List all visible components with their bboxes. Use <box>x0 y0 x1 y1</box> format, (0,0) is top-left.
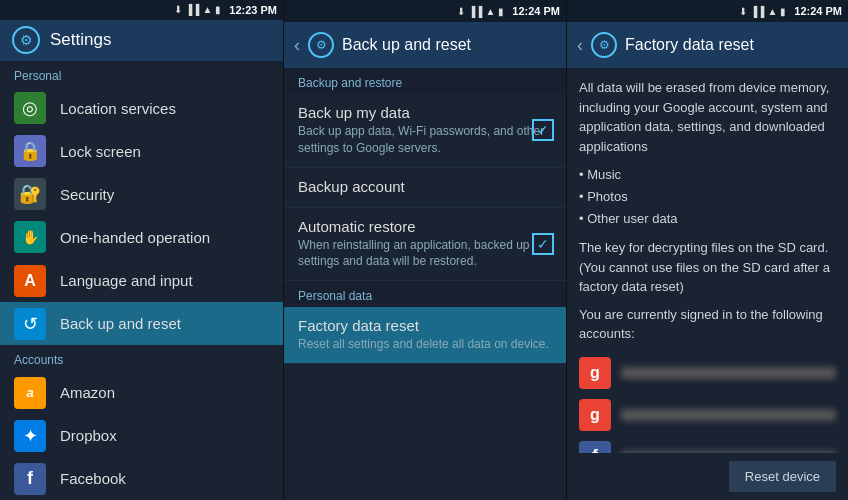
backup-data-checkbox[interactable]: ✓ <box>532 119 554 141</box>
bullet-item-photos: • Photos <box>579 186 836 208</box>
account-item-facebook-1: f <box>579 436 836 453</box>
time-display-right: 12:24 PM <box>794 5 842 17</box>
bluetooth-icon-m: ⬇ <box>457 6 465 17</box>
sidebar-item-language[interactable]: A Language and input <box>0 259 283 302</box>
sidebar-item-label: Back up and reset <box>60 315 181 332</box>
sidebar-item-lockscreen[interactable]: 🔒 Lock screen <box>0 130 283 173</box>
sidebar-item-backup[interactable]: ↺ Back up and reset <box>0 302 283 345</box>
google-icon-1: g <box>579 357 611 389</box>
location-icon: ◎ <box>14 92 46 124</box>
status-icons-middle: ⬇ ▐▐ ▲ ▮ <box>457 6 504 17</box>
factory-reset-item[interactable]: Factory data reset Reset all settings an… <box>284 307 566 364</box>
language-icon: A <box>14 265 46 297</box>
settings-title: Settings <box>50 30 111 50</box>
status-bar-middle: ⬇ ▐▐ ▲ ▮ 12:24 PM <box>284 0 566 22</box>
factory-gear-icon: ⚙ <box>591 32 617 58</box>
security-icon: 🔐 <box>14 178 46 210</box>
battery-icon: ▮ <box>215 4 221 15</box>
bullet-item-other: • Other user data <box>579 208 836 230</box>
sidebar-item-label: One-handed operation <box>60 229 210 246</box>
facebook-account-icon-1: f <box>579 441 611 453</box>
backup-panel-title: Back up and reset <box>342 36 471 54</box>
sidebar-item-dropbox[interactable]: ✦ Dropbox <box>0 414 283 457</box>
battery-icon-m: ▮ <box>498 6 504 17</box>
sidebar-item-label: Lock screen <box>60 143 141 160</box>
backup-gear-icon: ⚙ <box>308 32 334 58</box>
onehand-icon: ✋ <box>14 221 46 253</box>
backup-icon: ↺ <box>14 308 46 340</box>
signal-icon-m: ▐▐ <box>468 6 482 17</box>
sidebar-item-facebook[interactable]: f Facebook <box>0 457 283 500</box>
sidebar-item-location[interactable]: ◎ Location services <box>0 87 283 130</box>
personal-data-label: Personal data <box>284 281 566 307</box>
backup-account-item[interactable]: Backup account <box>284 168 566 208</box>
sidebar-item-security[interactable]: 🔐 Security <box>0 173 283 216</box>
sidebar-item-label: Facebook <box>60 470 126 487</box>
auto-restore-checkbox[interactable]: ✓ <box>532 233 554 255</box>
auto-restore-title: Automatic restore <box>298 218 552 235</box>
settings-gear-icon: ⚙ <box>12 26 40 54</box>
signal-icon-r: ▐▐ <box>750 6 764 17</box>
wifi-icon: ▲ <box>202 4 212 15</box>
sd-card-text: The key for decrypting files on the SD c… <box>579 238 836 297</box>
status-bar-right: ⬇ ▐▐ ▲ ▮ 12:24 PM <box>567 0 848 22</box>
bluetooth-icon-r: ⬇ <box>739 6 747 17</box>
app-header-left: ⚙ Settings <box>0 20 283 61</box>
backup-my-data-title: Back up my data <box>298 104 552 121</box>
sidebar-item-onehand[interactable]: ✋ One-handed operation <box>0 216 283 259</box>
bullet-item-music: • Music <box>579 164 836 186</box>
sidebar-item-label: Language and input <box>60 272 193 289</box>
auto-restore-item[interactable]: Automatic restore When reinstalling an a… <box>284 208 566 282</box>
backup-my-data-item[interactable]: Back up my data Back up app data, Wi-Fi … <box>284 94 566 168</box>
factory-reset-content: All data will be erased from device memo… <box>567 68 848 453</box>
sidebar-item-label: Location services <box>60 100 176 117</box>
battery-icon-r: ▮ <box>780 6 786 17</box>
account-item-google-2: g <box>579 394 836 436</box>
sidebar-item-label: Amazon <box>60 384 115 401</box>
backup-header: ‹ ⚙ Back up and reset <box>284 22 566 68</box>
reset-button-container: Reset device <box>567 453 848 500</box>
signed-in-text: You are currently signed in to the follo… <box>579 305 836 344</box>
factory-reset-header: ‹ ⚙ Factory data reset <box>567 22 848 68</box>
sidebar-item-label: Security <box>60 186 114 203</box>
signal-icon: ▐▐ <box>185 4 199 15</box>
backup-restore-label: Backup and restore <box>284 68 566 94</box>
wifi-icon-r: ▲ <box>767 6 777 17</box>
status-icons-right: ⬇ ▐▐ ▲ ▮ <box>739 6 786 17</box>
accounts-section-label: Accounts <box>0 345 283 371</box>
time-display-middle: 12:24 PM <box>512 5 560 17</box>
back-button-right[interactable]: ‹ <box>577 35 583 56</box>
backup-account-title: Backup account <box>298 178 552 195</box>
bluetooth-icon: ⬇ <box>174 4 182 15</box>
bullet-list: • Music • Photos • Other user data <box>579 164 836 230</box>
wifi-icon-m: ▲ <box>485 6 495 17</box>
amazon-icon: a <box>14 377 46 409</box>
back-button[interactable]: ‹ <box>294 35 300 56</box>
facebook-icon: f <box>14 463 46 495</box>
factory-reset-title: Factory data reset <box>625 36 754 54</box>
factory-reset-description: All data will be erased from device memo… <box>579 78 836 156</box>
settings-panel: ⬇ ▐▐ ▲ ▮ 12:23 PM ⚙ Settings Personal ◎ … <box>0 0 284 500</box>
account-name-3 <box>621 451 836 453</box>
lock-icon: 🔒 <box>14 135 46 167</box>
personal-section-label: Personal <box>0 61 283 87</box>
factory-reset-panel: ⬇ ▐▐ ▲ ▮ 12:24 PM ‹ ⚙ Factory data reset… <box>567 0 848 500</box>
dropbox-icon: ✦ <box>14 420 46 452</box>
status-bar-left: ⬇ ▐▐ ▲ ▮ 12:23 PM <box>0 0 283 20</box>
factory-reset-desc: Reset all settings and delete all data o… <box>298 336 552 353</box>
sidebar-item-amazon[interactable]: a Amazon <box>0 371 283 414</box>
backup-panel: ⬇ ▐▐ ▲ ▮ 12:24 PM ‹ ⚙ Back up and reset … <box>284 0 567 500</box>
auto-restore-desc: When reinstalling an application, backed… <box>298 237 552 271</box>
reset-device-button[interactable]: Reset device <box>729 461 836 492</box>
sidebar-item-label: Dropbox <box>60 427 117 444</box>
google-icon-2: g <box>579 399 611 431</box>
account-item-google-1: g <box>579 352 836 394</box>
time-display-left: 12:23 PM <box>229 4 277 16</box>
account-name-1 <box>621 367 836 379</box>
status-icons-left: ⬇ ▐▐ ▲ ▮ <box>174 4 221 15</box>
factory-reset-title: Factory data reset <box>298 317 552 334</box>
backup-my-data-desc: Back up app data, Wi-Fi passwords, and o… <box>298 123 552 157</box>
account-name-2 <box>621 409 836 421</box>
